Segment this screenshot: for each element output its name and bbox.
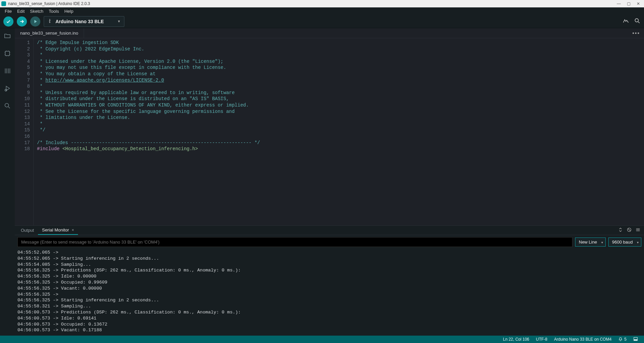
- panel-expand-button[interactable]: [618, 227, 623, 234]
- editor-tabbar: nano_ble33_sense_fusion.ino •••: [15, 28, 644, 38]
- code-editor[interactable]: 123456789101112131415161718 /* Edge Impu…: [15, 38, 644, 225]
- board-icon: [4, 50, 11, 57]
- window-titlebar: nano_ble33_sense_fusion | Arduino IDE 2.…: [0, 0, 644, 7]
- status-toggle-panel-button[interactable]: [630, 337, 641, 342]
- bell-icon: [618, 337, 623, 342]
- status-notifications-button[interactable]: 5: [615, 337, 630, 342]
- window-minimize-button[interactable]: —: [617, 1, 621, 6]
- sidebar: [0, 28, 15, 336]
- verify-button[interactable]: [3, 16, 13, 27]
- panel-clear-button[interactable]: [627, 227, 632, 234]
- svg-rect-8: [634, 339, 638, 341]
- editor-more-button[interactable]: •••: [628, 28, 644, 38]
- svg-point-5: [5, 103, 9, 107]
- chevron-down-icon: ▼: [117, 19, 121, 23]
- status-cursor-position[interactable]: Ln 22, Col 106: [499, 337, 532, 342]
- sidebar-search[interactable]: [3, 101, 12, 110]
- window-close-button[interactable]: ✕: [637, 1, 640, 6]
- editor-pane: nano_ble33_sense_fusion.ino ••• 12345678…: [15, 28, 644, 336]
- window-title: nano_ble33_sense_fusion | Arduino IDE 2.…: [8, 1, 90, 6]
- baud-rate-select[interactable]: 9600 baud: [608, 238, 641, 247]
- menubar: File Edit Sketch Tools Help: [0, 7, 644, 15]
- line-ending-select[interactable]: New Line: [575, 238, 606, 247]
- panel-tab-serial-monitor[interactable]: Serial Monitor ×: [38, 226, 78, 235]
- serial-message-input[interactable]: [17, 237, 572, 247]
- panel-tab-serial-label: Serial Monitor: [42, 227, 69, 232]
- sidebar-debug[interactable]: [3, 84, 12, 93]
- debug-play-icon: [33, 19, 38, 24]
- editor-tab[interactable]: nano_ble33_sense_fusion.ino: [15, 28, 84, 38]
- status-encoding[interactable]: UTF-8: [533, 337, 551, 342]
- check-icon: [6, 19, 11, 24]
- serial-output[interactable]: 04:55:52.065 ->04:55:52.065 -> Starting …: [15, 249, 644, 336]
- code-content[interactable]: /* Edge Impulse ingestion SDK * Copyrigh…: [34, 38, 644, 225]
- bottom-panel: Output Serial Monitor ×: [15, 225, 644, 336]
- board-selector[interactable]: Arduino Nano 33 BLE ▼: [44, 16, 124, 27]
- panel-tab-output-label: Output: [21, 228, 34, 233]
- panel-tab-close-button[interactable]: ×: [72, 228, 74, 232]
- toolbar: Arduino Nano 33 BLE ▼: [0, 15, 644, 28]
- line-gutter: 123456789101112131415161718: [15, 38, 34, 225]
- arrow-right-icon: [19, 19, 25, 24]
- panel-settings-button[interactable]: [635, 227, 641, 234]
- sidebar-sketchbook[interactable]: [3, 32, 12, 40]
- folder-icon: [4, 32, 11, 40]
- window-maximize-button[interactable]: ▢: [627, 1, 631, 6]
- chevron-expand-icon: [618, 227, 623, 232]
- menu-file[interactable]: File: [2, 8, 14, 14]
- status-board-port[interactable]: Arduino Nano 33 BLE on COM4: [551, 337, 615, 342]
- lines-icon: [635, 227, 641, 232]
- panel-tab-output[interactable]: Output: [17, 226, 38, 235]
- no-entry-icon: [627, 227, 632, 232]
- panel-icon: [633, 337, 638, 341]
- status-notif-count: 5: [624, 337, 627, 342]
- menu-tools[interactable]: Tools: [46, 8, 62, 14]
- sidebar-library-manager[interactable]: [3, 67, 12, 75]
- upload-button[interactable]: [17, 16, 27, 27]
- library-icon: [4, 67, 11, 75]
- debug-icon: [4, 85, 11, 92]
- menu-sketch[interactable]: Sketch: [27, 8, 46, 14]
- serial-plotter-button[interactable]: [622, 17, 629, 26]
- magnifier-icon: [634, 17, 641, 24]
- menu-help[interactable]: Help: [62, 8, 76, 14]
- debug-button[interactable]: [30, 16, 40, 27]
- main-area: nano_ble33_sense_fusion.ino ••• 12345678…: [0, 28, 644, 336]
- plotter-icon: [622, 17, 629, 24]
- svg-rect-2: [5, 51, 10, 56]
- statusbar: Ln 22, Col 106 UTF-8 Arduino Nano 33 BLE…: [0, 336, 644, 343]
- app-icon: [1, 1, 6, 6]
- usb-icon: [47, 18, 52, 24]
- svg-marker-0: [34, 20, 37, 23]
- search-icon: [4, 102, 11, 110]
- serial-monitor-button[interactable]: [634, 17, 641, 26]
- sidebar-boards-manager[interactable]: [3, 49, 12, 58]
- menu-edit[interactable]: Edit: [14, 8, 27, 14]
- editor-tab-label: nano_ble33_sense_fusion.ino: [20, 31, 78, 36]
- board-selector-label: Arduino Nano 33 BLE: [55, 19, 104, 24]
- svg-point-1: [635, 18, 638, 22]
